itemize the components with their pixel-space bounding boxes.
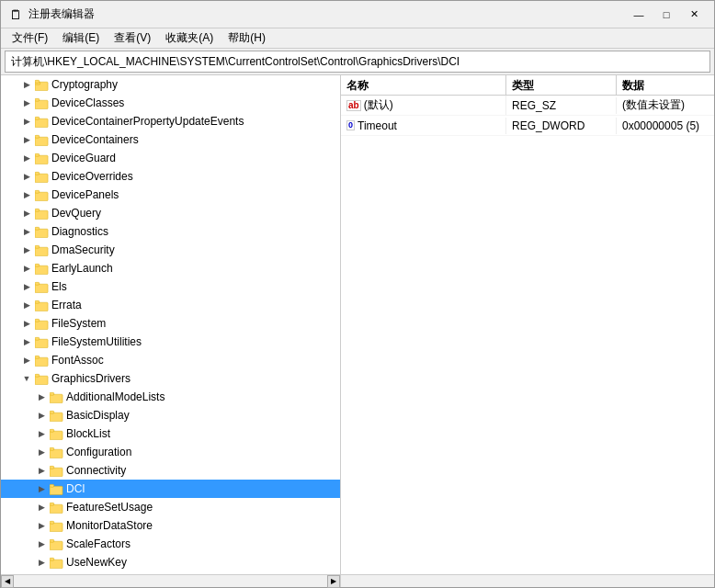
tree-item-basicdisplay[interactable]: ▶ BasicDisplay bbox=[1, 406, 340, 424]
folder-icon bbox=[49, 518, 63, 533]
tree-item-errata[interactable]: ▶ Errata bbox=[1, 296, 340, 314]
tree-item-blocklist[interactable]: ▶ BlockList bbox=[1, 424, 340, 443]
menu-favorites[interactable]: 收藏夹(A) bbox=[158, 28, 221, 48]
svg-rect-7 bbox=[35, 137, 48, 145]
scroll-right-btn[interactable]: ▶ bbox=[327, 575, 340, 588]
left-hscroll[interactable]: ◀ ▶ bbox=[1, 575, 341, 587]
tree-label: DeviceClasses bbox=[51, 96, 124, 109]
folder-icon bbox=[49, 537, 63, 551]
tree-item-deviceclasses[interactable]: ▶ DeviceClasses bbox=[1, 94, 340, 112]
tree-label: DeviceContainers bbox=[51, 133, 139, 146]
svg-rect-18 bbox=[35, 227, 40, 230]
tree-label: ScaleFactors bbox=[66, 537, 131, 550]
tree-item-monitordatastore[interactable]: ▶ MonitorDataStore bbox=[1, 516, 340, 535]
tree-label: GraphicsDrivers bbox=[51, 372, 131, 385]
maximize-button[interactable]: □ bbox=[653, 6, 679, 24]
tree-item-connectivity[interactable]: ▶ Connectivity bbox=[1, 461, 340, 480]
right-header: 名称 类型 数据 bbox=[341, 75, 714, 96]
tree-panel: ▶ Cryptography ▶ DeviceClasses ▶ bbox=[1, 75, 341, 574]
registry-row-default[interactable]: ab (默认) REG_SZ (数值未设置) bbox=[341, 96, 714, 116]
tree-label: DevQuery bbox=[51, 207, 101, 220]
right-hscroll[interactable] bbox=[341, 575, 714, 587]
expand-icon: ▶ bbox=[19, 224, 34, 239]
tree-label: AdditionalModeLists bbox=[66, 390, 165, 403]
tree-item-dmasecurity[interactable]: ▶ DmaSecurity bbox=[1, 241, 340, 259]
expand-icon: ▶ bbox=[19, 132, 34, 147]
tree-item-additionalmodelists[interactable]: ▶ AdditionalModeLists bbox=[1, 388, 340, 406]
expand-icon: ▶ bbox=[34, 445, 49, 459]
tree-item-configuration[interactable]: ▶ Configuration bbox=[1, 443, 340, 461]
address-bar[interactable]: 计算机\HKEY_LOCAL_MACHINE\SYSTEM\CurrentCon… bbox=[5, 51, 710, 73]
folder-icon bbox=[34, 187, 49, 202]
svg-rect-44 bbox=[50, 466, 54, 469]
folder-icon bbox=[34, 224, 49, 239]
expand-icon: ▶ bbox=[34, 537, 49, 551]
scroll-left-btn[interactable]: ◀ bbox=[1, 575, 14, 588]
tree-item-devicecontainer[interactable]: ▶ DeviceContainerPropertyUpdateEvents bbox=[1, 112, 340, 130]
folder-icon-selected bbox=[49, 481, 63, 496]
tree-label: UseNewKey bbox=[66, 556, 127, 569]
svg-rect-37 bbox=[50, 413, 62, 421]
svg-rect-51 bbox=[50, 541, 62, 549]
tree-label: Errata bbox=[51, 299, 82, 311]
tree-item-deviceguard[interactable]: ▶ DeviceGuard bbox=[1, 149, 340, 167]
menu-view[interactable]: 查看(V) bbox=[107, 28, 158, 48]
window-title: 注册表编辑器 bbox=[28, 6, 626, 22]
menu-edit[interactable]: 编辑(E) bbox=[55, 28, 107, 48]
tree-item-fontassoc[interactable]: ▶ FontAssoc bbox=[1, 351, 340, 369]
folder-icon bbox=[34, 151, 49, 165]
reg-type-icon-dword: 0 bbox=[346, 120, 355, 130]
tree-scroll[interactable]: ▶ Cryptography ▶ DeviceClasses ▶ bbox=[1, 75, 340, 574]
tree-item-dci[interactable]: ▶ DCI bbox=[1, 480, 340, 498]
expand-icon: ▶ bbox=[19, 96, 34, 110]
tree-item-usenewkey[interactable]: ▶ UseNewKey bbox=[1, 553, 340, 571]
folder-icon bbox=[49, 463, 63, 478]
tree-item-earlylaunch[interactable]: ▶ EarlyLaunch bbox=[1, 259, 340, 277]
tree-item-scalefactors[interactable]: ▶ ScaleFactors bbox=[1, 535, 340, 553]
tree-item-cryptography[interactable]: ▶ Cryptography bbox=[1, 75, 340, 94]
expand-icon: ▶ bbox=[19, 77, 34, 92]
tree-item-graphicsdrivers[interactable]: ▼ GraphicsDrivers bbox=[1, 369, 340, 388]
tree-item-featuresetusage[interactable]: ▶ FeatureSetUsage bbox=[1, 498, 340, 516]
tree-label: Configuration bbox=[66, 446, 131, 458]
tree-item-els[interactable]: ▶ Els bbox=[1, 277, 340, 296]
menu-help[interactable]: 帮助(H) bbox=[221, 28, 273, 48]
title-bar: 🗒 注册表编辑器 — □ ✕ bbox=[1, 1, 714, 28]
tree-label: Diagnostics bbox=[51, 225, 108, 238]
minimize-button[interactable]: — bbox=[626, 6, 652, 24]
close-button[interactable]: ✕ bbox=[681, 6, 707, 24]
svg-rect-41 bbox=[50, 449, 62, 458]
tree-item-deviceoverrides[interactable]: ▶ DeviceOverrides bbox=[1, 167, 340, 186]
tree-item-filesystemutil[interactable]: ▶ FileSystemUtilities bbox=[1, 333, 340, 351]
tree-label: MonitorDataStore bbox=[66, 519, 153, 532]
address-text: 计算机\HKEY_LOCAL_MACHINE\SYSTEM\CurrentCon… bbox=[11, 54, 460, 70]
expand-icon: ▶ bbox=[34, 555, 49, 570]
tree-label: DmaSecurity bbox=[51, 243, 115, 256]
scroll-track-left[interactable] bbox=[14, 577, 327, 586]
expand-icon: ▶ bbox=[19, 243, 34, 257]
svg-rect-50 bbox=[50, 521, 54, 524]
svg-rect-22 bbox=[35, 264, 40, 266]
expand-icon: ▶ bbox=[34, 390, 49, 404]
menu-file[interactable]: 文件(F) bbox=[5, 28, 55, 48]
svg-rect-47 bbox=[50, 504, 62, 513]
svg-rect-10 bbox=[35, 153, 40, 156]
svg-rect-17 bbox=[35, 229, 48, 237]
expand-icon: ▶ bbox=[34, 408, 49, 423]
tree-label: DeviceGuard bbox=[51, 152, 116, 164]
tree-item-devicecontainers[interactable]: ▶ DeviceContainers bbox=[1, 130, 340, 149]
svg-rect-15 bbox=[35, 210, 48, 219]
tree-item-diagnostics[interactable]: ▶ Diagnostics bbox=[1, 222, 340, 241]
tree-label: Els bbox=[51, 280, 67, 293]
svg-rect-31 bbox=[35, 357, 48, 366]
svg-rect-11 bbox=[35, 174, 48, 182]
svg-rect-14 bbox=[35, 190, 40, 193]
expand-icon: ▶ bbox=[19, 151, 34, 165]
svg-rect-13 bbox=[35, 192, 48, 200]
folder-icon bbox=[34, 261, 49, 276]
tree-item-filesystem[interactable]: ▶ FileSystem bbox=[1, 314, 340, 333]
registry-row-timeout[interactable]: 0 Timeout REG_DWORD 0x00000005 (5) bbox=[341, 116, 714, 136]
tree-item-devicepanels[interactable]: ▶ DevicePanels bbox=[1, 186, 340, 204]
tree-item-devquery[interactable]: ▶ DevQuery bbox=[1, 204, 340, 222]
expand-icon: ▶ bbox=[19, 114, 34, 129]
